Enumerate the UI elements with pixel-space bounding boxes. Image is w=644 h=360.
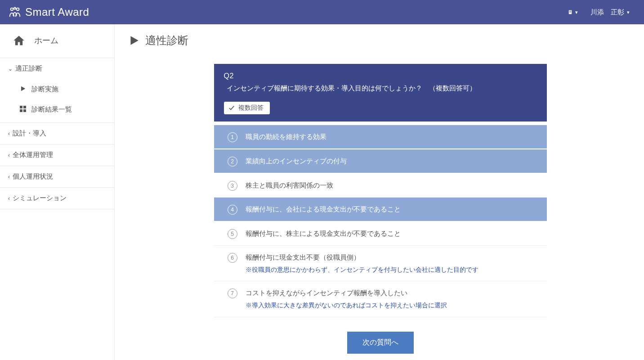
sidebar-category-header[interactable]: ‹全体運用管理 bbox=[0, 144, 114, 166]
svg-rect-6 bbox=[569, 12, 570, 12]
sidebar-item[interactable]: 診断結果一覧 bbox=[0, 99, 114, 120]
question-header: Q2 インセンティブ報酬に期待する効果・導入目的は何でしょうか？ （複数回答可）… bbox=[214, 64, 547, 122]
sidebar-home-label: ホーム bbox=[34, 35, 58, 46]
sidebar-category-label: 個人運用状況 bbox=[13, 172, 53, 181]
main-content: 適性診断 Q2 インセンティブ報酬に期待する効果・導入目的は何でしょうか？ （複… bbox=[115, 24, 644, 360]
answer-body: 職員の勤続を維持する効果 bbox=[246, 131, 540, 142]
answer-number: 4 bbox=[228, 205, 237, 215]
svg-rect-11 bbox=[23, 109, 26, 112]
sidebar-category: ‹シミュレーション bbox=[0, 188, 114, 209]
sidebar: ホーム ⌄適正診断診断実施診断結果一覧‹設計・導入‹全体運用管理‹個人運用状況‹… bbox=[0, 24, 115, 360]
sidebar-category-header[interactable]: ‹設計・導入 bbox=[0, 123, 114, 144]
multi-answer-badge: 複数回答 bbox=[224, 102, 270, 114]
answer-note: ※導入効果に大きな差異がないのであればコストを抑えたい場合に選択 bbox=[246, 300, 540, 310]
sidebar-item-label: 診断実施 bbox=[31, 85, 58, 94]
question-text: インセンティブ報酬に期待する効果・導入目的は何でしょうか？ （複数回答可） bbox=[224, 83, 537, 94]
badge-label: 複数回答 bbox=[238, 104, 264, 112]
sidebar-category-label: 全体運用管理 bbox=[13, 151, 53, 159]
answer-number: 1 bbox=[228, 132, 237, 142]
svg-point-0 bbox=[11, 8, 13, 11]
answer-number: 3 bbox=[228, 181, 237, 191]
sidebar-item-label: 診断結果一覧 bbox=[31, 105, 72, 114]
answer-number: 6 bbox=[228, 253, 237, 263]
play-icon bbox=[128, 35, 140, 46]
svg-rect-3 bbox=[569, 10, 572, 14]
chevron-left-icon: ‹ bbox=[8, 130, 10, 137]
answer-label: 報酬付与に現金支出不要（役職員側） bbox=[246, 252, 540, 263]
building-icon bbox=[568, 10, 572, 14]
answer-number: 5 bbox=[228, 229, 237, 239]
svg-rect-5 bbox=[570, 11, 571, 11]
answer-number: 7 bbox=[228, 288, 237, 298]
question-number: Q2 bbox=[224, 72, 537, 80]
chevron-down-icon: ▾ bbox=[627, 9, 630, 15]
svg-point-2 bbox=[14, 8, 16, 9]
check-icon bbox=[228, 105, 235, 111]
answer-option[interactable]: 6報酬付与に現金支出不要（役職員側）※役職員の意思にかかわらず、インセンティブを… bbox=[214, 246, 547, 281]
sidebar-item-home[interactable]: ホーム bbox=[0, 24, 114, 58]
chevron-left-icon: ‹ bbox=[8, 152, 10, 158]
answer-body: 報酬付与に現金支出不要（役職員側）※役職員の意思にかかわらず、インセンティブを付… bbox=[246, 252, 540, 274]
answer-label: 業績向上のインセンティブの付与 bbox=[246, 156, 540, 166]
answer-option[interactable]: 7コストを抑えながらインセンティブ報酬を導入したい※導入効果に大きな差異がないの… bbox=[214, 281, 547, 317]
question-card: Q2 インセンティブ報酬に期待する効果・導入目的は何でしょうか？ （複数回答可）… bbox=[214, 64, 547, 354]
svg-point-1 bbox=[17, 8, 19, 11]
answer-label: 職員の勤続を維持する効果 bbox=[246, 131, 540, 142]
sidebar-sublist: 診断実施診断結果一覧 bbox=[0, 79, 114, 122]
answer-body: 報酬付与に、会社による現金支出が不要であること bbox=[246, 204, 540, 215]
svg-rect-10 bbox=[20, 109, 22, 112]
user-name: 川添 正彰 bbox=[590, 8, 624, 17]
sidebar-category-label: 適正診断 bbox=[15, 64, 42, 73]
answer-list: 1職員の勤続を維持する効果2業績向上のインセンティブの付与3株主と職員の利害関係… bbox=[214, 122, 547, 317]
svg-rect-7 bbox=[570, 12, 571, 12]
answer-body: 業績向上のインセンティブの付与 bbox=[246, 156, 540, 166]
sidebar-category-header[interactable]: ‹個人運用状況 bbox=[0, 166, 114, 187]
answer-option[interactable]: 2業績向上のインセンティブの付与 bbox=[214, 149, 547, 174]
answer-note: ※役職員の意思にかかわらず、インセンティブを付与したい会社に適した目的です bbox=[246, 265, 540, 274]
sidebar-item[interactable]: 診断実施 bbox=[0, 79, 114, 99]
svg-rect-4 bbox=[569, 11, 570, 11]
answer-body: 株主と職員の利害関係の一致 bbox=[246, 180, 540, 191]
next-question-button[interactable]: 次の質問へ bbox=[347, 332, 414, 354]
brand-people-icon bbox=[8, 6, 22, 18]
grid-icon bbox=[20, 106, 26, 113]
sidebar-category: ‹設計・導入 bbox=[0, 123, 114, 144]
sidebar-category: ⌄適正診断診断実施診断結果一覧 bbox=[0, 58, 114, 123]
answer-body: コストを抑えながらインセンティブ報酬を導入したい※導入効果に大きな差異がないので… bbox=[246, 288, 540, 310]
sidebar-category-label: 設計・導入 bbox=[13, 129, 46, 138]
answer-option[interactable]: 1職員の勤続を維持する効果 bbox=[214, 125, 547, 149]
answer-label: 報酬付与に、会社による現金支出が不要であること bbox=[246, 204, 540, 215]
answer-label: 報酬付与に、株主による現金支出が不要であること bbox=[246, 228, 540, 239]
sidebar-category: ‹全体運用管理 bbox=[0, 144, 114, 166]
svg-rect-8 bbox=[20, 106, 22, 108]
answer-number: 2 bbox=[228, 157, 237, 166]
chevron-left-icon: ‹ bbox=[8, 174, 10, 180]
sidebar-category: ‹個人運用状況 bbox=[0, 166, 114, 188]
answer-option[interactable]: 5報酬付与に、株主による現金支出が不要であること bbox=[214, 222, 547, 246]
answer-body: 報酬付与に、株主による現金支出が不要であること bbox=[246, 228, 540, 239]
page-title-text: 適性診断 bbox=[145, 33, 188, 48]
sidebar-category-header[interactable]: ‹シミュレーション bbox=[0, 188, 114, 209]
answer-option[interactable]: 3株主と職員の利害関係の一致 bbox=[214, 174, 547, 198]
svg-rect-9 bbox=[23, 106, 26, 108]
answer-label: コストを抑えながらインセンティブ報酬を導入したい bbox=[246, 288, 540, 298]
sidebar-category-label: シミュレーション bbox=[13, 194, 67, 202]
app-header: Smart Award ▾ 川添 正彰 ▾ bbox=[0, 0, 644, 24]
user-menu[interactable]: 川添 正彰 ▾ bbox=[584, 8, 636, 17]
building-selector[interactable]: ▾ bbox=[562, 9, 584, 15]
sidebar-category-header[interactable]: ⌄適正診断 bbox=[0, 58, 114, 79]
brand-name: Smart Award bbox=[25, 6, 89, 18]
answer-label: 株主と職員の利害関係の一致 bbox=[246, 180, 540, 191]
page-title: 適性診断 bbox=[128, 33, 632, 48]
chevron-left-icon: ‹ bbox=[8, 195, 10, 202]
chevron-down-icon: ▾ bbox=[575, 9, 578, 15]
home-icon bbox=[13, 34, 25, 47]
brand-logo[interactable]: Smart Award bbox=[8, 6, 89, 18]
answer-option[interactable]: 4報酬付与に、会社による現金支出が不要であること bbox=[214, 198, 547, 222]
chevron-down-icon: ⌄ bbox=[8, 66, 13, 72]
play-icon bbox=[20, 86, 26, 93]
